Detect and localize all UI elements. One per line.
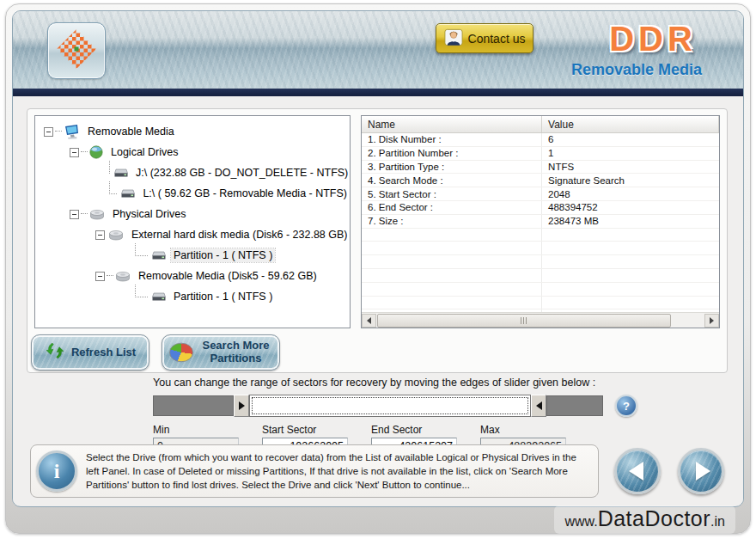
end-sector-label: End Sector [371,424,457,436]
table-row: 2. Partition Number :1 [362,147,719,161]
bottom-bar: i Select the Drive (from which you want … [30,444,729,499]
cell-name: 1. Disk Number : [362,133,542,146]
search-more-partitions-button[interactable]: Search More Partitions [162,334,280,371]
scroll-left-button[interactable] [362,314,376,328]
tree-item[interactable]: Removable Media [35,121,350,142]
computer-icon [64,125,80,139]
hdd-icon [150,292,166,302]
slider-start-handle[interactable] [234,395,249,417]
collapse-icon[interactable] [44,127,53,137]
refresh-icon [45,340,65,364]
next-arrow-icon [696,462,710,481]
max-label: Max [480,424,566,436]
tree-item[interactable]: Removable Media (Disk5 - 59.62 GB) [35,266,350,286]
cell-name: 4. Search Mode : [362,174,542,187]
cell-value: 1 [542,147,719,160]
application-window: Contact us DDR Removable Media Removable… [0,0,756,539]
tree-connector [81,151,88,153]
column-header-value[interactable]: Value [542,116,719,132]
contact-us-button[interactable]: Contact us [436,23,533,53]
hdd-icon [150,251,166,260]
search-more-partitions-label: Search More Partitions [199,340,273,365]
details-table: Name Value 1. Disk Number :62. Partition… [361,115,720,328]
table-row-empty [362,269,719,283]
logical-drives-icon [89,145,103,159]
main-content: Removable MediaLogical DrivesJ:\ (232.88… [13,96,743,505]
scroll-right-button[interactable] [704,314,719,328]
website-link[interactable]: www. DataDoctor .in [554,505,735,534]
cell-name [362,242,542,254]
grip-icon [521,317,528,324]
checkered-diamond-icon [57,29,96,72]
slider-end-handle[interactable] [531,395,546,417]
cell-name: 3. Partition Type : [362,161,542,174]
cell-value [542,297,719,309]
tree-item[interactable]: L:\ ( 59.62 GB - Removable Media - NTFS) [35,183,350,204]
tree-connector [135,243,148,256]
disk-stack-icon [115,271,131,282]
tree-item-label: Removable Media [85,125,177,138]
details-rows: 1. Disk Number :62. Partition Number :13… [362,133,719,312]
cell-value [542,255,719,268]
tree-item-label: Removable Media (Disk5 - 59.62 GB) [136,269,320,283]
drives-panel: Removable MediaLogical DrivesJ:\ (232.88… [27,108,728,373]
contact-us-label: Contact us [468,32,526,46]
table-row: 4. Search Mode :Signature Search [362,174,719,187]
tree-item-label: External hard disk media (Disk6 - 232.88… [129,228,351,242]
collapse-icon[interactable] [70,148,79,157]
arrow-left-icon [536,401,542,410]
tree-item[interactable]: Physical Drives [35,204,350,224]
table-row: 3. Partition Type :NTFS [362,161,719,175]
collapse-icon[interactable] [95,272,105,281]
tree-item-label: Partition - 1 ( NTFS ) [171,248,275,262]
hdd-icon [113,168,128,178]
app-logo [47,22,106,79]
site-suffix: .in [710,514,725,530]
cell-name [362,269,542,282]
info-icon: i [36,450,77,492]
refresh-list-label: Refresh List [71,346,136,359]
tree-item-label: Partition - 1 ( NTFS ) [171,290,275,303]
tree-item-label: Physical Drives [110,207,188,221]
tree-item[interactable]: Partition - 1 ( NTFS ) [35,286,350,307]
instructions-panel: i Select the Drive (from which you want … [30,444,599,498]
tree-item[interactable]: External hard disk media (Disk6 - 232.88… [35,224,350,245]
scrollbar-thumb[interactable] [377,314,671,328]
arrow-right-icon [239,401,245,410]
table-row: 1. Disk Number :6 [362,133,719,147]
slider-excluded-right [546,395,603,416]
tree-connector [135,285,148,297]
table-row-empty [362,229,719,242]
next-button[interactable] [678,448,724,494]
header: Contact us DDR Removable Media [13,11,743,89]
cell-value: 2048 [542,187,719,200]
collapse-icon[interactable] [95,230,105,240]
tree-item[interactable]: Partition - 1 ( NTFS ) [35,245,350,266]
disk-stack-icon [108,230,124,241]
wizard-navigation [614,448,724,494]
help-icon[interactable]: ? [615,395,637,417]
horizontal-scrollbar[interactable] [362,312,719,328]
slider-selected-range[interactable] [249,395,531,417]
cell-name [362,283,542,296]
table-row: 5. Start Sector :2048 [362,187,719,201]
back-button[interactable] [614,448,661,494]
tree-item[interactable]: J:\ (232.88 GB - DO_NOT_DELETE - NTFS) [35,162,350,183]
range-slider [153,395,603,417]
tree-item-label: J:\ (232.88 GB - DO_NOT_DELETE - NTFS) [133,166,351,180]
table-row: 7. Size :238473 MB [362,215,719,229]
table-row-empty [362,283,719,297]
tree-item-label: L:\ ( 59.62 GB - Removable Media - NTFS) [140,187,350,200]
table-row-empty [362,242,719,255]
collapse-icon[interactable] [70,210,79,219]
window-inner: Contact us DDR Removable Media Removable… [12,10,744,507]
footer: www. DataDoctor .in [12,508,744,530]
refresh-list-button[interactable]: Refresh List [31,334,149,371]
table-row-empty [362,255,719,269]
window-frame: Contact us DDR Removable Media Removable… [5,3,751,534]
table-row-empty [362,297,719,310]
tree-item[interactable]: Logical Drives [35,142,350,162]
cell-value [542,242,719,254]
column-header-name[interactable]: Name [362,116,542,132]
cell-name [362,297,542,309]
